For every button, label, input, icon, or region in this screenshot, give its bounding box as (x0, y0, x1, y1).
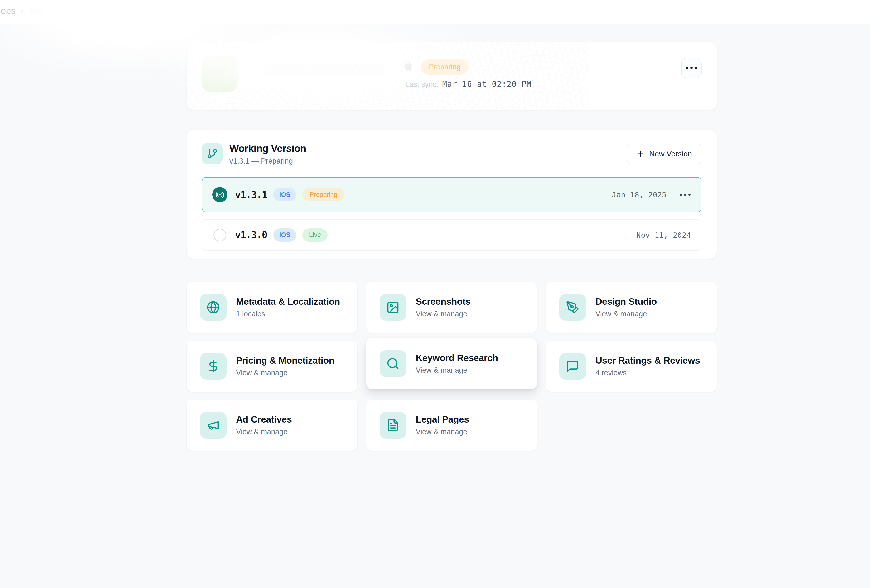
new-version-label: New Version (649, 149, 692, 158)
decorative-arcs (186, 42, 588, 110)
app-header-card: Preparing Last sync: Mar 16 at 02:20 PM (186, 42, 717, 110)
feature-card-keyword-research[interactable]: Keyword Research View & manage (366, 338, 537, 389)
platform-badge: iOS (273, 228, 296, 242)
feature-card-text: Screenshots View & manage (416, 296, 471, 319)
radio-icon-badge (212, 187, 228, 202)
feature-card-title: Pricing & Monetization (236, 355, 334, 366)
feature-card-title: Design Studio (596, 296, 657, 307)
version-number: v1.3.1 (235, 189, 267, 200)
page: ops › Tak esi Preparing Last sync: Mar 1… (0, 0, 870, 588)
feature-card-grid: Metadata & Localization 1 locales Screen… (186, 281, 717, 451)
feature-card-subtitle: View & manage (416, 310, 471, 318)
version-row[interactable]: v1.3.0iOSLiveNov 11, 2024 (202, 219, 702, 251)
feature-card-title: Screenshots (416, 296, 471, 307)
feature-card-design-studio[interactable]: Design Studio View & manage (546, 281, 717, 333)
feature-card-title: Legal Pages (416, 414, 469, 425)
feature-card-text: Metadata & Localization 1 locales (236, 296, 340, 319)
working-version-card: Working Version v1.3.1 — Preparing New V… (186, 130, 717, 259)
file-text-icon (386, 418, 399, 432)
ellipsis-icon (685, 67, 688, 69)
image-icon (386, 301, 399, 314)
last-sync-value: Mar 16 at 02:20 PM (442, 79, 532, 89)
feature-card-title: Ad Creatives (236, 414, 292, 425)
pen-tool-icon (566, 301, 579, 314)
feature-card-title: Metadata & Localization (236, 296, 340, 307)
feature-card-subtitle: 4 reviews (596, 369, 700, 377)
feature-card-legal-pages[interactable]: Legal Pages View & manage (366, 399, 537, 451)
feature-card-text: Pricing & Monetization View & manage (236, 355, 334, 377)
dollar-sign-icon-tile (200, 353, 226, 380)
ellipsis-icon (695, 67, 697, 69)
plus-icon (636, 149, 645, 158)
git-branch-icon (207, 148, 218, 159)
file-text-icon-tile (380, 412, 406, 439)
feature-card-screenshots[interactable]: Screenshots View & manage (366, 281, 537, 333)
version-status-badge: Preparing (302, 188, 344, 201)
ellipsis-icon (684, 194, 686, 196)
feature-card-user-ratings-reviews[interactable]: User Ratings & Reviews 4 reviews (546, 341, 717, 392)
app-title-ghost (265, 63, 385, 75)
breadcrumb-fragment[interactable]: esi (124, 6, 135, 16)
apple-logo-icon (402, 60, 414, 72)
feature-card-subtitle: View & manage (236, 427, 292, 436)
radio-icon (215, 190, 224, 199)
feature-card-subtitle: 1 locales (236, 310, 340, 318)
breadcrumb-separator: › (21, 6, 24, 16)
working-version-title: Working Version (229, 143, 306, 154)
feature-card-metadata-localization[interactable]: Metadata & Localization 1 locales (186, 281, 357, 333)
feature-card-pricing-monetization[interactable]: Pricing & Monetization View & manage (186, 341, 357, 392)
feature-card-text: Design Studio View & manage (596, 296, 657, 319)
globe-icon-tile (200, 294, 226, 321)
working-version-header: Working Version v1.3.1 — Preparing (202, 143, 306, 165)
ellipsis-icon (690, 67, 693, 69)
feature-card-text: User Ratings & Reviews 4 reviews (596, 355, 700, 377)
feature-card-title: Keyword Research (416, 353, 498, 363)
version-radio-circle[interactable] (213, 229, 226, 241)
ellipsis-icon (688, 194, 691, 196)
git-branch-icon-tile (202, 143, 223, 164)
image-icon-tile (380, 294, 406, 321)
version-date: Jan 18, 2025 (612, 191, 666, 199)
new-version-button[interactable]: New Version (627, 144, 702, 164)
feature-card-title: User Ratings & Reviews (596, 355, 700, 366)
message-square-icon (566, 360, 579, 373)
search-icon-tile (380, 350, 406, 377)
feature-card-text: Ad Creatives View & manage (236, 414, 292, 436)
platform-badge: iOS (273, 188, 296, 201)
message-square-icon-tile (559, 353, 586, 380)
feature-card-text: Legal Pages View & manage (416, 414, 469, 436)
version-date: Nov 11, 2024 (636, 231, 691, 239)
working-version-subtitle: v1.3.1 — Preparing (229, 157, 306, 165)
search-icon (386, 357, 399, 370)
feature-card-subtitle: View & manage (236, 369, 334, 377)
feature-card-subtitle: View & manage (596, 310, 657, 318)
feature-card-ad-creatives[interactable]: Ad Creatives View & manage (186, 399, 357, 451)
version-menu-button[interactable] (679, 191, 691, 198)
status-badge: Preparing (421, 60, 469, 74)
pen-tool-icon-tile (559, 294, 586, 321)
last-sync-label: Last sync: (405, 80, 439, 89)
breadcrumb-fragment[interactable]: ops (1, 6, 15, 16)
globe-icon (207, 301, 220, 314)
breadcrumb-fragment[interactable]: Tak (28, 6, 42, 16)
app-menu-button[interactable] (681, 58, 702, 78)
version-number: v1.3.0 (235, 229, 267, 240)
megaphone-icon-tile (200, 412, 226, 439)
ellipsis-icon (680, 194, 682, 196)
feature-card-subtitle: View & manage (416, 427, 469, 436)
megaphone-icon (207, 418, 220, 432)
feature-card-subtitle: View & manage (416, 366, 498, 375)
version-row[interactable]: v1.3.1iOSPreparingJan 18, 2025 (202, 177, 702, 212)
feature-card-text: Keyword Research View & manage (416, 353, 498, 375)
last-sync: Last sync: Mar 16 at 02:20 PM (405, 79, 532, 89)
dollar-sign-icon (207, 360, 220, 373)
app-icon-ghost (202, 56, 238, 92)
version-status-badge: Live (302, 228, 328, 242)
top-bar: ops › Tak esi (0, 0, 870, 24)
